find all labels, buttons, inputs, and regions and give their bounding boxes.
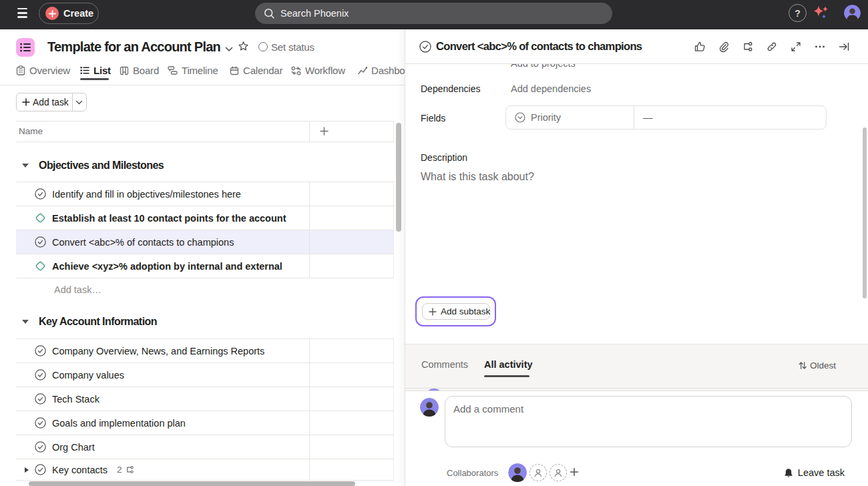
task-row[interactable]: Establish at least 10 contact points for… xyxy=(16,206,393,230)
person-icon xyxy=(553,467,564,478)
sort-control[interactable]: Oldest xyxy=(799,360,836,371)
check-circle-icon[interactable] xyxy=(35,345,46,356)
tab-label: Calendar xyxy=(243,65,282,76)
help-button[interactable]: ? xyxy=(789,4,807,22)
add-task-label: Add task xyxy=(33,97,69,107)
field-priority-value[interactable]: — xyxy=(634,106,826,129)
task-row[interactable]: Company Overview, News, and Earnings Rep… xyxy=(16,339,393,363)
tab-list[interactable]: List xyxy=(80,65,111,76)
add-column-button[interactable] xyxy=(319,126,329,139)
timeline-icon xyxy=(168,66,178,75)
comment-placeholder: Add a comment xyxy=(453,403,523,415)
task-check-circle-icon[interactable] xyxy=(419,41,431,53)
task-row[interactable]: Achieve <xyz>% adoption by internal and … xyxy=(16,254,393,278)
check-circle-icon[interactable] xyxy=(35,441,46,453)
invite-person-slot[interactable] xyxy=(529,464,547,481)
task-name[interactable]: Key contacts xyxy=(52,465,107,475)
title-chevron-down-icon[interactable] xyxy=(225,43,233,55)
expand-button[interactable] xyxy=(789,40,803,53)
list-icon xyxy=(80,66,89,75)
milestone-diamond-icon[interactable] xyxy=(35,212,46,224)
section-collapse-icon[interactable] xyxy=(21,319,29,324)
tab-board[interactable]: Board xyxy=(120,65,159,76)
ai-sparkle-icon[interactable] xyxy=(811,3,830,22)
favorite-star-icon[interactable] xyxy=(238,41,249,55)
search-input[interactable]: Search Phoenix xyxy=(255,3,612,24)
set-status-label[interactable]: Set status xyxy=(271,41,314,53)
column-header-name[interactable]: Name xyxy=(19,126,43,136)
field-priority-cell[interactable]: Priority xyxy=(506,106,634,129)
tab-all-activity[interactable]: All activity xyxy=(484,359,533,370)
bell-icon xyxy=(784,468,793,478)
add-dependencies-button[interactable]: Add dependencies xyxy=(511,83,591,94)
check-circle-icon[interactable] xyxy=(35,464,46,475)
section-header-key-account[interactable]: Key Account Information xyxy=(16,314,157,330)
tab-timeline[interactable]: Timeline xyxy=(168,65,218,76)
add-collaborator-button[interactable] xyxy=(570,467,579,477)
task-name[interactable]: Establish at least 10 contact points for… xyxy=(52,213,286,224)
task-name[interactable]: Org Chart xyxy=(52,442,95,453)
close-panel-button[interactable] xyxy=(837,40,851,53)
more-options-button[interactable] xyxy=(813,40,827,53)
task-row[interactable]: Org Chart xyxy=(16,435,393,459)
task-name[interactable]: Tech Stack xyxy=(52,394,99,405)
leave-task-label: Leave task xyxy=(798,467,845,478)
attach-button[interactable] xyxy=(717,40,730,53)
section-collapse-icon[interactable] xyxy=(21,163,29,168)
comment-input[interactable]: Add a comment xyxy=(445,396,852,447)
add-subtask-button-icon[interactable] xyxy=(741,40,754,53)
milestone-diamond-icon[interactable] xyxy=(35,260,46,272)
add-task-row[interactable]: Add task… xyxy=(16,278,394,302)
task-row[interactable]: Key contacts 2 xyxy=(16,459,393,481)
section-title: Objectives and Milestones xyxy=(39,160,164,172)
tab-label: Board xyxy=(133,65,159,76)
add-task-dropdown-button[interactable] xyxy=(73,93,86,111)
task-name[interactable]: Identify and fill in objectives/mileston… xyxy=(52,189,241,200)
collaborator-avatar[interactable] xyxy=(508,463,527,482)
task-row[interactable]: Identify and fill in objectives/mileston… xyxy=(16,182,393,206)
panel-vertical-scrollbar[interactable] xyxy=(863,128,867,298)
add-subtask-button[interactable]: Add subtask xyxy=(422,303,490,320)
task-name[interactable]: Convert <abc>% of contacts to champions xyxy=(52,237,234,248)
copy-link-button[interactable] xyxy=(765,40,779,53)
tab-workflow[interactable]: Workflow xyxy=(291,65,345,76)
task-row[interactable]: Goals and implementation plan xyxy=(16,411,393,435)
top-bar: Create Search Phoenix ? xyxy=(0,0,868,29)
tab-comments[interactable]: Comments xyxy=(421,359,468,370)
comment-user-avatar xyxy=(420,398,439,417)
description-input[interactable]: What is this task about? xyxy=(421,171,534,183)
task-name[interactable]: Achieve <xyz>% adoption by internal and … xyxy=(52,261,282,272)
invite-person-slot[interactable] xyxy=(550,464,567,481)
task-name[interactable]: Company Overview, News, and Earnings Rep… xyxy=(52,346,264,356)
check-circle-icon[interactable] xyxy=(35,236,46,248)
hamburger-menu-icon[interactable] xyxy=(17,8,27,21)
check-circle-icon[interactable] xyxy=(35,188,46,200)
task-name[interactable]: Company values xyxy=(52,370,124,381)
set-status-circle-icon[interactable] xyxy=(258,42,268,51)
add-task-button[interactable]: Add task xyxy=(17,93,72,111)
section-header-objectives[interactable]: Objectives and Milestones xyxy=(16,158,164,174)
check-circle-icon[interactable] xyxy=(35,393,46,405)
task-row[interactable]: Company values xyxy=(16,363,393,387)
tab-overview[interactable]: Overview xyxy=(16,65,70,76)
comment-composer: Add a comment Collaborators Leave task xyxy=(405,391,868,486)
leave-task-button[interactable]: Leave task xyxy=(784,467,845,478)
task-row-selected[interactable]: Convert <abc>% of contacts to champions xyxy=(16,230,393,254)
task-name[interactable]: Goals and implementation plan xyxy=(52,418,186,429)
list-horizontal-scrollbar[interactable] xyxy=(29,481,355,486)
project-icon[interactable] xyxy=(16,38,35,57)
board-icon xyxy=(120,66,129,75)
task-row[interactable]: Tech Stack xyxy=(16,387,393,411)
check-circle-icon[interactable] xyxy=(35,417,46,429)
list-vertical-scrollbar[interactable] xyxy=(396,123,401,232)
tab-calendar[interactable]: Calendar xyxy=(230,65,282,76)
check-circle-icon[interactable] xyxy=(35,369,46,381)
section-title: Key Account Information xyxy=(39,316,157,328)
active-tab-underline xyxy=(80,78,109,80)
user-avatar[interactable] xyxy=(844,5,861,21)
create-button[interactable]: Create xyxy=(39,3,99,24)
add-to-projects-button[interactable]: Add to projects xyxy=(511,64,576,69)
expand-subtasks-icon[interactable] xyxy=(24,467,29,473)
fields-label: Fields xyxy=(421,113,445,124)
like-button[interactable] xyxy=(693,40,706,53)
